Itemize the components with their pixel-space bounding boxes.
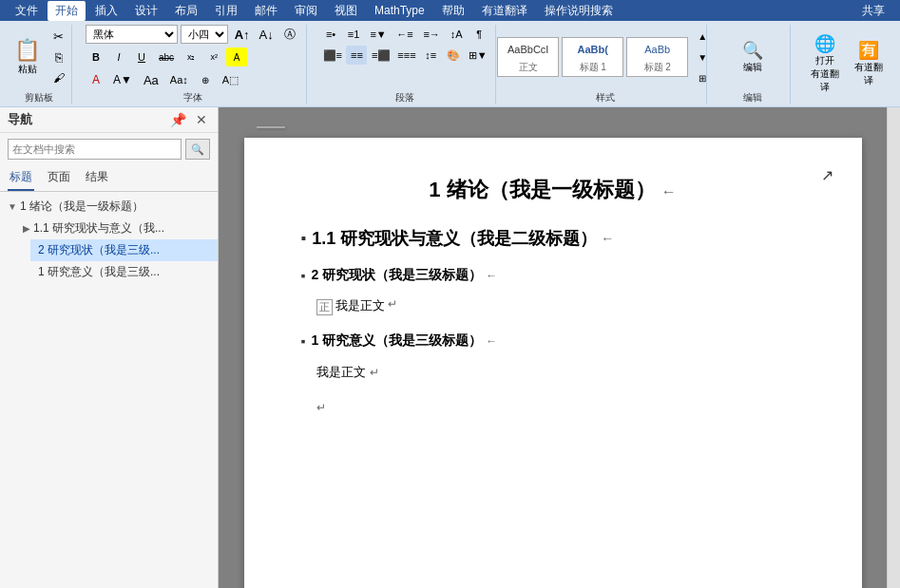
paste-button[interactable]: 📋 粘贴 [9,25,47,89]
menu-file[interactable]: 文件 [8,1,46,21]
menu-help[interactable]: 帮助 [434,1,472,21]
style-heading2-button[interactable]: AaBb 标题 2 [626,37,688,77]
multilevel-list-button[interactable]: ≡▼ [366,25,391,44]
cut-button[interactable]: ✂ [48,27,69,46]
style-tag-1: 正 [316,299,333,315]
bullet-square-h2: ▪ [301,230,307,247]
doc-page: ↗ 1 绪论（我是一级标题） ← ▪ 1.1 研究现状与意义（我是二级标题） ←… [244,138,862,588]
menu-youdao[interactable]: 有道翻译 [474,1,535,21]
menu-insert[interactable]: 插入 [87,1,125,21]
page-thumbnail [257,126,285,128]
style-normal-button[interactable]: AaBbCcI 正文 [497,37,559,77]
nav-tab-pages[interactable]: 页面 [46,165,72,191]
doc-area[interactable]: ↗ 1 绪论（我是一级标题） ← ▪ 1.1 研究现状与意义（我是二级标题） ←… [219,107,887,588]
nav-tabs: 标题 页面 结果 [0,165,218,192]
align-right-button[interactable]: ≡⬛ [369,46,393,65]
styles-scroll-down[interactable]: ▼ [692,47,713,66]
font-label: 字体 [183,89,202,104]
body1-container: 正 我是正文 ↵ [316,297,805,315]
nav-tab-results[interactable]: 结果 [84,165,110,191]
heading3-1-container: ▪ 2 研究现状（我是三级标题） ← [301,267,805,284]
bullets-button[interactable]: ≡• [320,25,341,44]
align-left-button[interactable]: ⬛≡ [320,46,344,65]
bullet-square-h3-1: ▪ [301,268,306,283]
show-formatting-button[interactable]: ¶ [469,25,489,44]
nav-tree-label-2: 1.1 研究现状与意义（我... [33,220,164,237]
nav-tree-item-1[interactable]: ▼ 1 绪论（我是一级标题） [0,196,218,218]
edit-label: 编辑 [743,89,762,104]
heading3-2-return-mark: ← [486,334,497,348]
menu-mathtype[interactable]: MathType [367,2,432,19]
nav-pin-button[interactable]: 📌 [167,111,189,128]
menu-view[interactable]: 视图 [327,1,365,21]
subscript-button[interactable]: x₂ [181,47,201,66]
italic-button[interactable]: I [108,47,129,66]
copy-button[interactable]: ⎘ [48,47,69,66]
font-color-button[interactable]: A [86,70,106,89]
heading3-2-container: ▪ 1 研究意义（我是三级标题） ← [301,332,805,350]
cursor-arrow: ↗ [821,166,833,184]
nav-close-button[interactable]: ✕ [193,111,210,128]
menu-layout[interactable]: 布局 [167,1,205,21]
line-spacing-button[interactable]: ↕≡ [420,46,441,65]
nav-search-button[interactable]: 🔍 [185,139,210,160]
nav-tree-item-4[interactable]: 1 研究意义（我是三级... [30,261,218,283]
phonetic-button[interactable]: ⊕ [195,70,216,89]
nav-tree: ▼ 1 绪论（我是一级标题） ▶ 1.1 研究现状与意义（我... 2 研究现状… [0,192,218,588]
menu-search[interactable]: 操作说明搜索 [537,1,621,21]
nav-tree-label-1: 1 绪论（我是一级标题） [20,199,144,215]
paste-icon: 📋 [14,38,40,63]
heading3-1-return-mark: ← [486,269,497,282]
font-name-selector[interactable]: 黑体 [86,25,178,44]
font-size-down-button[interactable]: A↓ [256,25,277,44]
youdao-open-button[interactable]: 🈶 有道翻译 [849,38,889,89]
sort-button[interactable]: ↕A [446,25,467,44]
clear-format-button[interactable]: Ⓐ [279,25,300,44]
font-bg-button[interactable]: A▼ [108,70,137,89]
nav-panel: 导航 📌 ✕ 🔍 标题 页面 结果 ▼ 1 绪论（我是一级标题） ▶ 1.1 研 [0,107,219,588]
menu-review[interactable]: 审阅 [287,1,325,21]
find-button[interactable]: 🔍 编辑 [738,33,767,81]
styles-group: AaBbCcI 正文 AaBb( 标题 1 AaBb 标题 2 ▲ ▼ ⊞ [504,25,707,104]
superscript-button[interactable]: x² [203,47,224,66]
change-case-button[interactable]: Aa↕ [165,70,193,89]
menu-references[interactable]: 引用 [207,1,245,21]
doc-heading2: 1.1 研究现状与意义（我是二级标题） [312,227,597,250]
font-group: 黑体 小四 A↑ A↓ Ⓐ B I U abc x₂ x² A A A▼ [80,25,307,104]
styles-expand[interactable]: ⊞ [692,68,713,87]
underline-button[interactable]: U [131,47,152,66]
shading-button[interactable]: 🎨 [443,46,464,65]
decrease-indent-button[interactable]: ←≡ [393,25,417,44]
align-center-button[interactable]: ≡≡ [346,46,367,65]
border-button[interactable]: ⊞▼ [466,46,489,65]
menu-home[interactable]: 开始 [48,1,86,21]
bold-button[interactable]: B [86,47,106,66]
nav-header: 导航 📌 ✕ [0,107,218,133]
menu-mail[interactable]: 邮件 [247,1,285,21]
menu-share[interactable]: 共享 [854,1,892,21]
youdao-translate-button[interactable]: 🌐 打开有道翻译 [804,31,844,96]
justify-button[interactable]: ≡≡≡ [395,46,418,65]
format-painter-button[interactable]: 🖌 [48,68,69,87]
nav-arrow-1: ▼ [8,201,17,212]
font-size-selector[interactable]: 小四 [181,25,228,44]
menu-design[interactable]: 设计 [127,1,165,21]
nav-search-input[interactable] [8,139,182,160]
body2-para-mark: ↵ [370,366,379,379]
style-heading1-button[interactable]: AaBb( 标题 1 [562,37,623,77]
nav-tab-headings[interactable]: 标题 [8,165,34,191]
nav-tree-item-3[interactable]: 2 研究现状（我是三级... [30,239,218,261]
strikethrough-button[interactable]: abc [154,47,179,66]
font-enlarge-button[interactable]: Aa [139,70,163,89]
right-panel [887,107,900,588]
nav-tree-item-2[interactable]: ▶ 1.1 研究现状与意义（我... [15,218,218,239]
text-highlight-button[interactable]: A [226,47,247,66]
youdao-icon: 🈶 [858,40,879,61]
numbering-button[interactable]: ≡1 [343,25,364,44]
doc-heading1: 1 绪论（我是一级标题） ← [301,176,805,204]
styles-scroll-up[interactable]: ▲ [692,27,713,46]
border-char-button[interactable]: A⬚ [218,70,243,89]
body1-para-mark: ↵ [388,297,397,311]
increase-indent-button[interactable]: ≡→ [419,25,444,44]
font-size-up-button[interactable]: A↑ [231,25,253,44]
